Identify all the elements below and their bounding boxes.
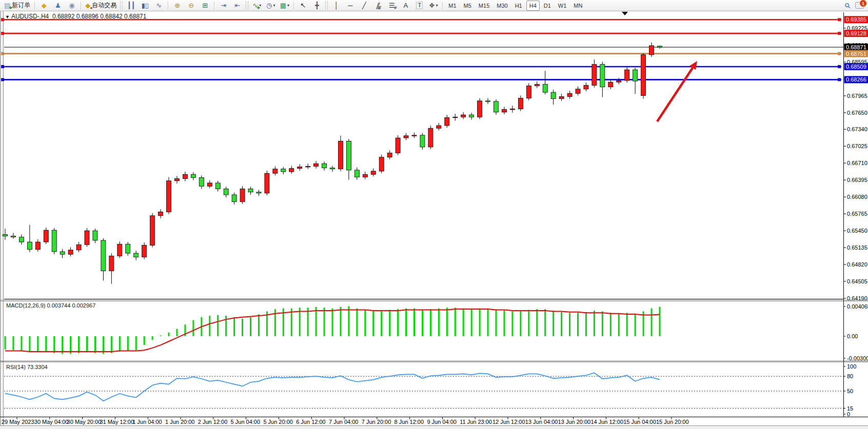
hline-right-handle-0[interactable] bbox=[838, 18, 841, 21]
macd-bar-13 bbox=[111, 336, 112, 353]
fibonacci-tool-button[interactable]: ☰F bbox=[385, 0, 398, 11]
candle-body-55 bbox=[453, 117, 458, 117]
time-axis-label: 7 Jun 20:00 bbox=[362, 419, 391, 425]
macd-tick-label: 0.004065 bbox=[847, 303, 868, 310]
timeframe-mn-button[interactable]: MN bbox=[570, 1, 585, 11]
time-axis-label: 30 May 20:00 bbox=[67, 419, 102, 425]
new-order-button[interactable]: ▤✚新订单 bbox=[3, 0, 32, 11]
hline-left-handle-1[interactable] bbox=[1, 32, 4, 35]
price-label-text-0.68751: 0.68751 bbox=[846, 51, 866, 57]
macd-bar-39 bbox=[324, 308, 325, 336]
templates-button[interactable]: ▦▾ bbox=[278, 0, 291, 11]
market-watch-button[interactable]: ◆ bbox=[37, 0, 50, 11]
trendline-tool-button[interactable]: ╱ bbox=[358, 0, 370, 11]
chart-bars-icon: ┃┃ bbox=[127, 2, 135, 9]
macd-bar-15 bbox=[127, 336, 129, 351]
hline-right-handle-2[interactable] bbox=[838, 52, 841, 55]
symbol-dropdown-icon[interactable]: ▼ bbox=[5, 14, 10, 19]
macd-bar-71 bbox=[585, 312, 587, 336]
candle-body-40 bbox=[330, 168, 335, 169]
time-axis-label: 6 Jun 12:00 bbox=[296, 419, 326, 425]
cursor-button[interactable]: ↖ bbox=[297, 0, 309, 11]
macd-bar-50 bbox=[413, 309, 415, 336]
macd-bar-29 bbox=[242, 319, 243, 336]
hline-left-handle-4[interactable] bbox=[1, 78, 4, 81]
zoom-in-button[interactable]: ⊕ bbox=[171, 0, 184, 11]
zoom-out-button[interactable]: ⊖ bbox=[185, 0, 198, 11]
chart-window-background bbox=[0, 11, 868, 429]
candle-body-4 bbox=[35, 242, 40, 250]
time-axis-label: 5 Jun 20:00 bbox=[263, 419, 293, 425]
hline-right-handle-4[interactable] bbox=[838, 78, 841, 81]
price-tick-label: 0.67340 bbox=[847, 126, 867, 132]
terminal-button[interactable]: ◉ bbox=[65, 0, 78, 11]
price-tick-label: 0.65450 bbox=[847, 228, 867, 234]
macd-bar-28 bbox=[233, 317, 235, 336]
text-tool-button[interactable]: A bbox=[399, 0, 412, 11]
time-axis-label: 1 Jun 04:00 bbox=[132, 419, 162, 425]
timeframe-w1-button[interactable]: W1 bbox=[555, 1, 570, 11]
macd-bar-73 bbox=[602, 311, 603, 336]
dropdown-caret-icon[interactable]: ▾ bbox=[436, 3, 438, 8]
vline-tool-button[interactable]: │ bbox=[330, 0, 343, 11]
chat-icon[interactable]: 1 bbox=[855, 2, 864, 9]
candle-body-5 bbox=[44, 230, 48, 242]
timeframe-m30-button[interactable]: M30 bbox=[494, 1, 510, 11]
toolbar-separator bbox=[293, 2, 294, 10]
dropdown-caret-icon[interactable]: ▾ bbox=[287, 3, 289, 8]
channel-tool-button[interactable]: ∥E bbox=[371, 0, 384, 11]
overlay-glyph: ✚ bbox=[9, 6, 13, 10]
timeframe-h1-button[interactable]: H1 bbox=[512, 1, 525, 11]
timeframe-m1-button[interactable]: M1 bbox=[445, 1, 459, 11]
chart-shift-button[interactable]: ⇤ bbox=[231, 0, 244, 11]
tile-windows-button[interactable]: ⊞ bbox=[199, 0, 211, 11]
hline-right-handle-3[interactable] bbox=[838, 65, 841, 68]
search-icon[interactable]: ⚲ bbox=[843, 1, 853, 10]
macd-bar-9 bbox=[78, 336, 80, 353]
timeframe-m15-button[interactable]: M15 bbox=[476, 1, 492, 11]
auto-scroll-button[interactable]: ⇥ bbox=[217, 0, 230, 11]
rsi-indicator-label: RSI(14) 73.3304 bbox=[6, 364, 48, 370]
macd-bar-64 bbox=[528, 310, 529, 336]
chart-symbol-label: AUDUSD-,H4 bbox=[11, 13, 49, 20]
auto-scroll-icon: ⇥ bbox=[221, 2, 226, 9]
autotrading-button[interactable]: ◆●自动交易 bbox=[84, 0, 118, 11]
timeframe-m5-button[interactable]: M5 bbox=[461, 1, 475, 11]
toolbar-separator bbox=[325, 2, 328, 10]
time-axis-label: 12 Jun 12:00 bbox=[492, 419, 525, 425]
macd-bar-5 bbox=[45, 336, 47, 352]
candle-body-45 bbox=[371, 171, 376, 174]
candle-body-7 bbox=[60, 252, 65, 254]
hline-right-handle-1[interactable] bbox=[838, 32, 841, 35]
autotrading-icon: ◆● bbox=[85, 2, 90, 9]
price-tick-label: 0.66710 bbox=[847, 160, 867, 166]
chart-bars-button[interactable]: ┃┃ bbox=[125, 0, 137, 11]
candle-body-58 bbox=[478, 101, 482, 117]
time-axis-label: 31 May 12:00 bbox=[100, 419, 134, 425]
periods-button[interactable]: ◷▾ bbox=[264, 0, 277, 11]
indicators-button[interactable]: ∿✚▾ bbox=[250, 0, 263, 11]
text-tool-icon: A bbox=[403, 2, 408, 9]
chart-line-button[interactable]: ∿ bbox=[152, 0, 165, 11]
candle-body-72 bbox=[592, 65, 597, 86]
chart-candles-button[interactable]: ▮▯ bbox=[139, 0, 151, 11]
label-tool-button[interactable]: T bbox=[413, 0, 426, 11]
hline-left-handle-0[interactable] bbox=[1, 18, 4, 21]
hline-tool-button[interactable]: ─ bbox=[344, 0, 357, 11]
hline-left-handle-2[interactable] bbox=[1, 52, 4, 55]
hline-left-handle-3[interactable] bbox=[1, 65, 4, 68]
crosshair-button[interactable]: ╋ bbox=[310, 0, 323, 11]
chart-title-bar: ▼AUDUSD-,H4 0.68892 0.68896 0.68842 0.68… bbox=[5, 13, 146, 20]
macd-bar-46 bbox=[381, 311, 382, 336]
timeframe-d1-button[interactable]: D1 bbox=[541, 1, 554, 11]
candle-body-43 bbox=[354, 170, 359, 177]
navigator-button[interactable]: ♟ bbox=[51, 0, 64, 11]
macd-bar-49 bbox=[405, 309, 407, 336]
candle-body-59 bbox=[486, 101, 490, 101]
candle-body-35 bbox=[289, 169, 294, 172]
fibonacci-tool-icon: ☰F bbox=[389, 2, 395, 9]
toolbar-separator bbox=[214, 2, 214, 10]
arrows-tool-button[interactable]: ❖▾ bbox=[427, 0, 440, 11]
dropdown-caret-icon[interactable]: ▾ bbox=[273, 3, 275, 8]
timeframe-h4-button[interactable]: H4 bbox=[526, 1, 540, 11]
